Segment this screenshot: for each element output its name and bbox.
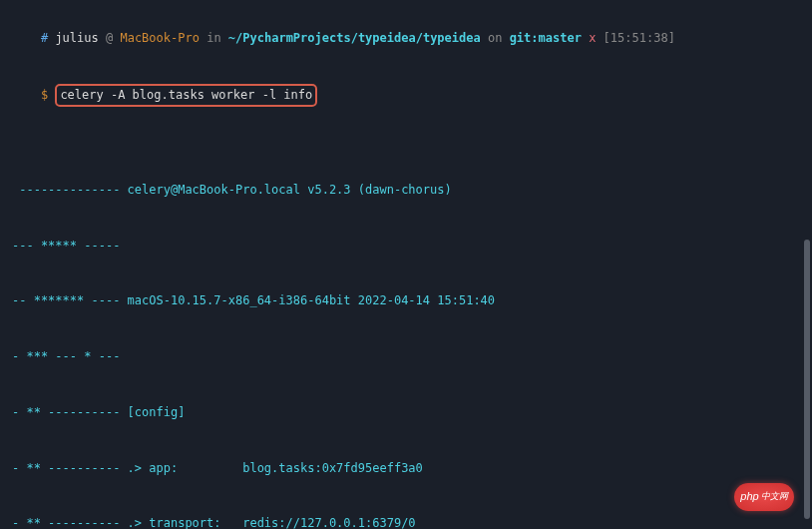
terminal-output[interactable]: # julius @ MacBook-Pro in ~/PycharmProje… — [12, 10, 800, 529]
watermark-cn: 中文网 — [761, 490, 788, 504]
prompt-git-label: git: — [510, 31, 539, 45]
watermark-text: php — [740, 488, 758, 505]
banner-line: --- ***** ----- — [12, 237, 800, 256]
prompt-in: in — [206, 31, 220, 45]
watermark-badge: php中文网 — [734, 483, 794, 511]
prompt-time: [15:51:38] — [604, 31, 675, 45]
command-text: celery -A blog.tasks worker -l info — [60, 88, 312, 102]
banner-line: - ** ---------- .> transport: redis://12… — [12, 514, 800, 529]
banner-line: - ** ---------- [config] — [12, 403, 800, 422]
prompt-dollar: $ — [41, 88, 48, 102]
banner-line: -- ******* ---- macOS-10.15.7-x86_64-i38… — [12, 291, 800, 310]
prompt-at: @ — [106, 31, 113, 45]
prompt-user: julius — [55, 31, 98, 45]
banner-line: -------------- celery@MacBook-Pro.local … — [12, 181, 800, 200]
prompt-host: MacBook-Pro — [120, 31, 199, 45]
shell-prompt-line-2: $ celery -A blog.tasks worker -l info — [12, 66, 800, 126]
scrollbar-track[interactable] — [804, 0, 810, 529]
prompt-branch: master — [539, 31, 582, 45]
prompt-on: on — [488, 31, 502, 45]
command-highlight-box: celery -A blog.tasks worker -l info — [55, 84, 317, 107]
celery-banner: -------------- celery@MacBook-Pro.local … — [12, 144, 800, 529]
prompt-hash: # — [41, 31, 48, 45]
prompt-dirty-indicator: x — [589, 31, 596, 45]
shell-prompt-line-1: # julius @ MacBook-Pro in ~/PycharmProje… — [12, 10, 800, 66]
banner-line: - ** ---------- .> app: blog.tasks:0x7fd… — [12, 459, 800, 478]
banner-line: - *** --- * --- — [12, 347, 800, 366]
prompt-path: ~/PycharmProjects/typeidea/typeidea — [228, 31, 481, 45]
scrollbar-thumb[interactable] — [804, 240, 810, 519]
